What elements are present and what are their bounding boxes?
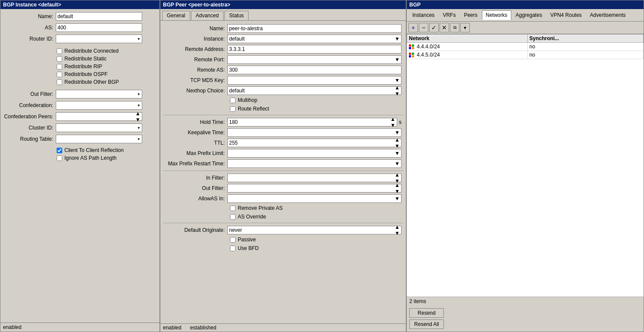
routing-table-label: Routing Table: — [4, 136, 56, 142]
route-reflect-checkbox[interactable] — [230, 106, 236, 112]
network-value: 4.4.5.0/24 — [417, 52, 440, 58]
max-prefix-restart-label: Max Prefix Restart Time: — [165, 161, 227, 167]
redist-connected-checkbox[interactable] — [57, 48, 62, 54]
right-panel-title: BGP — [407, 0, 644, 9]
redist-other-bgp-checkbox[interactable] — [57, 79, 62, 85]
confederation-dropdown[interactable]: ▼ — [56, 101, 142, 110]
peer-name-input[interactable] — [227, 24, 402, 33]
spin-icon: ▲▼ — [395, 85, 400, 97]
confederation-peers-dropdown[interactable]: ▲▼ — [56, 112, 142, 121]
as-input[interactable] — [56, 23, 142, 32]
redist-static-checkbox[interactable] — [57, 56, 62, 62]
bgp-panel: BGP Instances VRFs Peers Networks Aggreg… — [406, 0, 644, 332]
remote-as-input[interactable] — [227, 66, 402, 74]
peer-instance-dropdown[interactable]: default ▼ — [227, 35, 402, 43]
tcp-md5-dropdown[interactable]: ▼ — [227, 76, 402, 85]
tab-aggregates[interactable]: Aggregates — [512, 10, 546, 20]
redist-ospf-checkbox[interactable] — [57, 72, 62, 77]
as-label: AS: — [4, 25, 56, 31]
hold-time-unit: s — [397, 119, 402, 125]
remove-private-as-checkbox[interactable] — [230, 206, 236, 211]
tcp-md5-label: TCP MD5 Key: — [165, 77, 227, 83]
remote-as-label: Remote AS: — [165, 67, 227, 73]
remove-button[interactable]: − — [419, 23, 428, 32]
client-to-client-checkbox[interactable] — [57, 148, 62, 153]
chevron-down-icon: ▼ — [395, 130, 400, 136]
filter-button[interactable]: ▼ — [460, 23, 470, 32]
peer-instance-row: Instance: default ▼ — [163, 34, 403, 44]
col-network[interactable]: Network — [407, 35, 528, 43]
max-prefix-dropdown[interactable]: ▼ — [227, 149, 402, 158]
in-filter-dropdown[interactable]: ▲▼ — [227, 174, 402, 182]
peer-status-right: established — [190, 325, 217, 331]
out-filter-label: Out Filter: — [4, 91, 56, 97]
routing-table-dropdown[interactable]: ▼ — [56, 135, 142, 143]
remove-private-as-label: Remove Private AS — [238, 205, 283, 211]
redist-rip-checkbox[interactable] — [57, 64, 62, 70]
passive-label: Passive — [238, 237, 256, 243]
max-prefix-row: Max Prefix Limit: ▼ — [163, 148, 403, 158]
use-bfd-label: Use BFD — [238, 245, 259, 251]
spin-icon: ▲▼ — [395, 137, 400, 149]
resend-all-button[interactable]: Resend All — [409, 319, 444, 329]
chevron-down-icon: ▼ — [395, 77, 400, 83]
tab-advanced[interactable]: Advanced — [191, 11, 223, 20]
tab-advertisements[interactable]: Advertisements — [586, 10, 630, 20]
hold-time-dropdown[interactable]: 180 ▲▼ — [227, 118, 397, 126]
tab-vrfs[interactable]: VRFs — [439, 10, 459, 20]
spin-icon: ▲▼ — [395, 224, 400, 236]
name-label: Name: — [4, 13, 56, 19]
separator-3 — [163, 223, 403, 223]
ttl-dropdown[interactable]: 255 ▲▼ — [227, 139, 402, 147]
as-override-checkbox[interactable] — [230, 214, 236, 220]
chevron-down-icon: ▼ — [395, 161, 400, 167]
remote-port-row: Remote Port: ▼ — [163, 54, 403, 65]
multihop-checkbox[interactable] — [230, 98, 236, 103]
hold-time-value: 180 — [229, 119, 238, 125]
add-button[interactable]: + — [408, 23, 418, 32]
remote-port-dropdown[interactable]: ▼ — [227, 55, 402, 64]
table-row: 4.4.5.0/24 no — [407, 51, 644, 59]
out-filter-dropdown[interactable]: ▼ — [56, 90, 142, 98]
tab-instances[interactable]: Instances — [408, 10, 438, 20]
multihop-row: Multihop — [163, 96, 403, 104]
remote-address-input[interactable] — [227, 45, 402, 54]
middle-panel-title: BGP Peer <peer-to-alestra> — [160, 0, 406, 9]
col-sync[interactable]: Synchroni... — [527, 35, 643, 43]
use-bfd-checkbox[interactable] — [230, 246, 236, 251]
cluster-id-dropdown[interactable]: ▼ — [56, 123, 142, 132]
tab-vpn4routes[interactable]: VPN4 Routes — [546, 10, 586, 20]
max-prefix-restart-dropdown[interactable]: ▼ — [227, 159, 402, 168]
keepalive-label: Keepalive Time: — [165, 130, 227, 136]
default-originate-label: Default Originate: — [165, 227, 227, 233]
nexthop-dropdown[interactable]: default ▲▼ — [227, 86, 402, 95]
tab-peers[interactable]: Peers — [460, 10, 481, 20]
passive-checkbox[interactable] — [230, 237, 236, 243]
tab-networks[interactable]: Networks — [482, 10, 511, 20]
confederation-label: Confederation: — [4, 102, 56, 108]
allowas-dropdown[interactable]: ▼ — [227, 194, 402, 203]
router-id-dropdown[interactable]: ▼ — [56, 35, 142, 43]
redist-rip-label: Redistribute RIP — [64, 63, 102, 70]
redist-connected-row: Redistribute Connected — [0, 47, 159, 55]
ignore-as-path-checkbox[interactable] — [57, 155, 62, 161]
tab-general[interactable]: General — [162, 11, 190, 20]
peer-name-row: Name: — [163, 23, 403, 34]
peer-tab-content: Name: Instance: default ▼ Remote Address… — [160, 21, 406, 323]
redist-rip-row: Redistribute RIP — [0, 63, 159, 70]
tab-status[interactable]: Status — [224, 11, 249, 20]
keepalive-dropdown[interactable]: ▼ — [227, 128, 402, 137]
resend-button[interactable]: Resend — [409, 308, 444, 318]
spin-icon: ▲▼ — [395, 182, 400, 194]
name-input[interactable] — [56, 12, 142, 21]
network-icon — [409, 44, 414, 50]
cross-button[interactable]: ✕ — [440, 23, 449, 32]
peer-out-filter-dropdown[interactable]: ▲▼ — [227, 184, 402, 193]
in-filter-row: In Filter: ▲▼ — [163, 173, 403, 183]
max-prefix-label: Max Prefix Limit: — [165, 150, 227, 156]
check-button[interactable]: ✓ — [429, 23, 439, 32]
default-originate-dropdown[interactable]: never ▲▼ — [227, 226, 402, 234]
bgp-tabs: Instances VRFs Peers Networks Aggregates… — [407, 9, 644, 22]
copy-button[interactable]: ⧉ — [450, 23, 459, 32]
chevron-down-icon: ▼ — [395, 150, 400, 156]
